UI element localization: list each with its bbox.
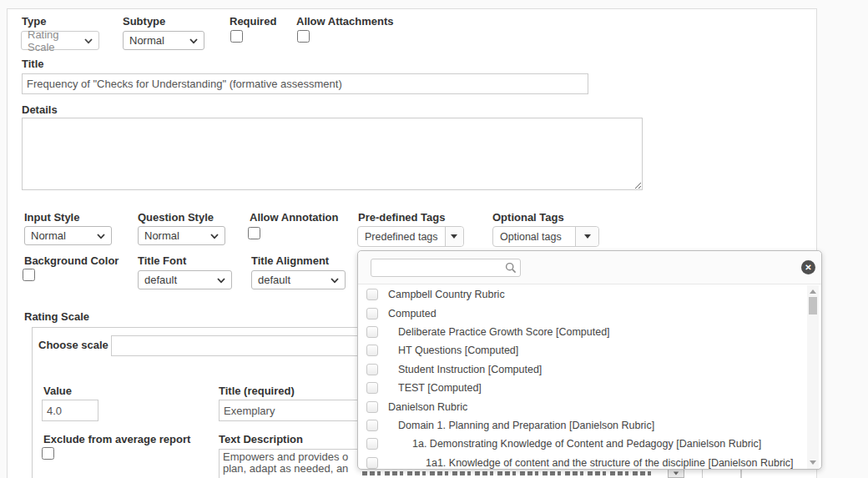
tag-checkbox[interactable] xyxy=(366,308,378,320)
scroll-down-icon[interactable] xyxy=(810,460,816,465)
type-select[interactable]: Rating Scale xyxy=(21,31,99,50)
tag-checkbox[interactable] xyxy=(366,382,378,394)
title-input[interactable] xyxy=(22,73,588,94)
allow-attachments-checkbox[interactable] xyxy=(297,30,310,43)
chevron-down-icon xyxy=(217,278,225,284)
allow-annotation-label: Allow Annotation xyxy=(250,211,338,224)
predefined-tags-label: Pre-defined Tags xyxy=(358,211,446,224)
type-label: Type xyxy=(22,15,46,28)
tag-label: Computed xyxy=(388,308,437,320)
type-select-value: Rating Scale xyxy=(28,28,80,53)
tag-list-item[interactable]: HT Questions [Computed] xyxy=(358,341,805,360)
predefined-tags-combobox[interactable]: Predefined tags xyxy=(357,226,464,247)
allow-annotation-checkbox[interactable] xyxy=(248,227,260,239)
optional-tags-value: Optional tags xyxy=(493,231,575,243)
background-color-checkbox[interactable] xyxy=(23,269,35,281)
tag-label: TEST [Computed] xyxy=(398,382,482,394)
chevron-down-icon xyxy=(189,38,198,44)
chevron-down-icon xyxy=(210,234,219,239)
predefined-tags-dropdown-button[interactable] xyxy=(445,227,463,246)
tag-list-item[interactable]: Computed xyxy=(358,304,805,322)
tag-checkbox[interactable] xyxy=(366,345,378,356)
tag-label: 1a1. Knowledge of content and the struct… xyxy=(426,457,794,469)
search-icon xyxy=(505,262,517,274)
title-font-select[interactable]: default xyxy=(138,270,232,289)
tag-list-item[interactable]: Deliberate Practice Growth Score [Comput… xyxy=(358,323,805,341)
tag-label: HT Questions [Computed] xyxy=(398,345,518,356)
subtype-select[interactable]: Normal xyxy=(123,31,204,50)
tag-checkbox[interactable] xyxy=(366,364,378,375)
text-description-label: Text Description xyxy=(219,433,303,445)
tags-dropdown-panel: ✕ Campbell Country RubricComputedDeliber… xyxy=(357,250,822,470)
tag-checkbox[interactable] xyxy=(366,401,378,413)
optional-tags-dropdown-button[interactable] xyxy=(575,227,598,246)
value-label: Value xyxy=(43,385,72,397)
tags-search-input[interactable] xyxy=(371,259,521,277)
title-alignment-label: Title Alignment xyxy=(251,254,329,267)
input-style-select-value: Normal xyxy=(31,229,66,242)
tag-label: Deliberate Practice Growth Score [Comput… xyxy=(398,326,610,338)
optional-tags-combobox[interactable]: Optional tags xyxy=(492,226,599,247)
chevron-down-icon xyxy=(84,38,93,44)
input-style-label: Input Style xyxy=(24,211,79,224)
subtype-select-value: Normal xyxy=(129,34,164,47)
scrollbar-thumb[interactable] xyxy=(809,297,817,314)
tag-list-item[interactable]: TEST [Computed] xyxy=(358,379,805,397)
question-style-select-value: Normal xyxy=(144,229,179,242)
tag-label: Campbell Country Rubric xyxy=(388,289,505,300)
details-label: Details xyxy=(22,103,58,116)
tag-list-item[interactable]: Danielson Rubric xyxy=(358,397,805,415)
tag-list-item[interactable]: Domain 1. Planning and Preparation [Dani… xyxy=(358,416,805,435)
tag-checkbox[interactable] xyxy=(366,420,378,431)
predefined-tags-value: Predefined tags xyxy=(358,231,445,243)
clipped-text-bottom-sliver xyxy=(362,471,653,475)
title-alignment-select[interactable]: default xyxy=(251,270,346,289)
question-editor-screen: Type Rating Scale Subtype Normal Require… xyxy=(0,0,868,478)
exclude-from-average-checkbox[interactable] xyxy=(42,447,54,460)
close-icon[interactable]: ✕ xyxy=(801,260,815,274)
value-input[interactable] xyxy=(42,400,98,421)
title-font-select-value: default xyxy=(144,274,177,286)
allow-attachments-label: Allow Attachments xyxy=(296,15,394,28)
tag-checkbox[interactable] xyxy=(366,438,378,450)
tag-label: 1a. Demonstrating Knowledge of Content a… xyxy=(412,438,761,450)
chevron-down-icon xyxy=(331,278,339,284)
tag-list-item[interactable]: Student Instruction [Computed] xyxy=(358,360,805,379)
tags-list: Campbell Country RubricComputedDeliberat… xyxy=(358,285,805,469)
input-style-select[interactable]: Normal xyxy=(24,226,112,245)
clipped-element-border xyxy=(741,470,742,478)
optional-tags-label: Optional Tags xyxy=(492,211,564,224)
chevron-down-icon xyxy=(97,234,105,239)
details-textarea[interactable] xyxy=(22,118,643,190)
choose-scale-label: Choose scale : xyxy=(38,339,115,351)
tag-list-item[interactable]: 1a1. Knowledge of content and the struct… xyxy=(358,454,805,469)
triangle-down-icon xyxy=(451,234,457,239)
scroll-up-icon[interactable] xyxy=(810,289,816,294)
tags-list-scrollbar[interactable] xyxy=(807,285,819,469)
title-alignment-select-value: default xyxy=(258,274,290,286)
required-label: Required xyxy=(230,15,276,28)
tag-label: Danielson Rubric xyxy=(388,401,467,413)
exclude-from-average-label: Exclude from average report xyxy=(43,433,190,445)
background-color-label: Background Color xyxy=(24,254,119,267)
title-font-label: Title Font xyxy=(138,254,186,267)
tag-checkbox[interactable] xyxy=(366,326,378,338)
subtype-label: Subtype xyxy=(123,15,165,28)
tag-list-item[interactable]: Campbell Country Rubric xyxy=(358,285,805,304)
question-style-label: Question Style xyxy=(138,211,214,224)
question-style-select[interactable]: Normal xyxy=(138,226,225,245)
tag-list-item[interactable]: 1a. Demonstrating Knowledge of Content a… xyxy=(358,435,805,453)
required-checkbox[interactable] xyxy=(230,30,243,43)
tag-checkbox[interactable] xyxy=(366,289,378,300)
rating-scale-heading: Rating Scale xyxy=(24,310,89,323)
row-title-label: Title (required) xyxy=(219,385,295,397)
triangle-down-icon xyxy=(584,234,591,239)
tag-label: Domain 1. Planning and Preparation [Dani… xyxy=(398,420,654,431)
tag-checkbox[interactable] xyxy=(366,457,378,469)
triangle-down-icon xyxy=(674,471,679,475)
tag-label: Student Instruction [Computed] xyxy=(398,364,542,375)
title-label: Title xyxy=(22,58,44,70)
